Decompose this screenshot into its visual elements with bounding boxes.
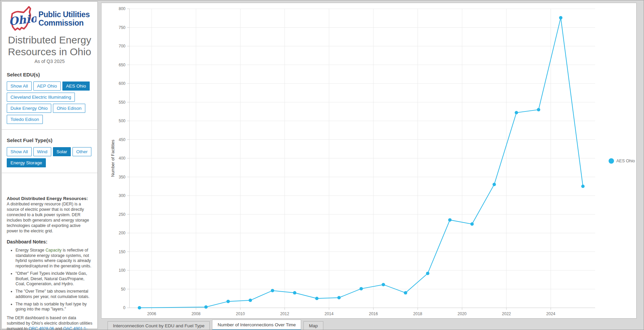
svg-text:750: 750 (119, 25, 125, 30)
sidebar: Ohio Public Utilities Commission Distrib… (1, 1, 98, 329)
fuel-button-wind[interactable]: Wind (33, 147, 51, 156)
note-energy-storage-capacity: Energy Storage Capacity is reflective of… (16, 248, 92, 269)
edu-button-cleveland-electric-illuminating[interactable]: Cleveland Electric Illuminating (7, 93, 75, 102)
brand-name: Public Utilities Commission (38, 10, 90, 27)
svg-text:550: 550 (119, 100, 125, 105)
edu-button-duke-energy-ohio[interactable]: Duke Energy Ohio (7, 104, 51, 113)
svg-text:2014: 2014 (325, 311, 334, 316)
divider (2, 173, 97, 173)
fuel-button-group: Show All Wind Solar Other Energy Storage (7, 147, 92, 167)
svg-text:700: 700 (119, 44, 125, 48)
about-block: About Distributed Energy Resources: A di… (7, 196, 92, 330)
legend-swatch-aes-ohio (609, 158, 614, 164)
tab-number-of-interconnections-over-time[interactable]: Number of Interconnections Over Time (212, 320, 301, 330)
svg-text:2022: 2022 (502, 311, 511, 316)
svg-text:450: 450 (119, 137, 125, 142)
page-subtitle: As of Q3 2025 (7, 59, 92, 64)
capacity-green-text: Capacity (46, 248, 62, 253)
der-dashboard: { "brand": { "logo_text": "Ohio", "line1… (0, 0, 644, 330)
note-other-fuel-types: "Other" Fuel Types include Waste Gas, Bi… (16, 271, 92, 287)
about-body: A distributed energy resource (DER) is a… (7, 202, 92, 234)
about-heading: About Distributed Energy Resources: (7, 196, 92, 201)
edu-section-label: Select EDU(s) (7, 72, 92, 77)
legend-label: AES Ohio (616, 159, 635, 163)
svg-text:300: 300 (119, 193, 125, 198)
edu-button-aep-ohio[interactable]: AEP Ohio (33, 81, 61, 91)
svg-text:2016: 2016 (369, 311, 378, 316)
orc-link[interactable]: ORC 4928.06 (29, 326, 54, 330)
page-title: Distributed Energy Resources in Ohio (7, 34, 92, 58)
tab-interconnection-count-by-edu-and-fuel-type[interactable]: Interconnection Count by EDU and Fuel Ty… (108, 321, 210, 330)
fuel-section-label: Select Fuel Type(s) (7, 137, 92, 143)
svg-text:2024: 2024 (546, 311, 555, 316)
edu-button-show-all[interactable]: Show All (7, 81, 32, 91)
svg-text:50: 50 (121, 287, 126, 292)
svg-text:2010: 2010 (236, 311, 245, 316)
svg-text:2008: 2008 (192, 311, 201, 316)
edu-button-ohio-edison[interactable]: Ohio Edison (53, 104, 85, 113)
divider (2, 129, 97, 130)
svg-text:600: 600 (119, 81, 125, 86)
svg-text:Number of Facilities: Number of Facilities (111, 140, 115, 177)
svg-text:2006: 2006 (147, 311, 156, 316)
svg-text:650: 650 (119, 63, 125, 67)
svg-text:2018: 2018 (413, 311, 422, 316)
svg-text:350: 350 (119, 175, 125, 179)
chart-panel: 0501001502002503003504004505005506006507… (101, 3, 637, 319)
tab-map[interactable]: Map (303, 321, 323, 330)
edu-button-aes-ohio[interactable]: AES Ohio (62, 81, 90, 91)
svg-text:150: 150 (119, 250, 125, 254)
brand-line2: Commission (38, 19, 90, 27)
fuel-button-energy-storage[interactable]: Energy Storage (7, 158, 46, 167)
bottom-tab-bar: Interconnection Count by EDU and Fuel Ty… (101, 319, 323, 330)
svg-text:200: 200 (119, 231, 125, 235)
note-map-layers: The map tab is sortable by fuel type by … (16, 302, 92, 312)
svg-text:800: 800 (119, 6, 125, 11)
edu-button-toledo-edison[interactable]: Toledo Edison (7, 115, 43, 124)
svg-text:400: 400 (119, 156, 125, 161)
svg-text:250: 250 (119, 212, 125, 217)
brand-header: Ohio Public Utilities Commission (7, 5, 92, 32)
brand-line1: Public Utilities (38, 10, 90, 19)
puco-ohio-logo-icon: Ohio (7, 5, 36, 32)
svg-text:0: 0 (123, 305, 125, 310)
footer-disclaimer: The DER dashboard is based on data submi… (7, 316, 92, 330)
dashboard-notes-list: Energy Storage Capacity is reflective of… (7, 248, 92, 312)
fuel-button-show-all[interactable]: Show All (7, 147, 32, 156)
dashboard-notes-heading: Dashboard Notes: (7, 239, 92, 244)
edu-button-group: Show All AEP Ohio AES Ohio Cleveland Ele… (7, 81, 92, 124)
svg-text:2020: 2020 (458, 311, 467, 316)
chart-legend: AES Ohio (609, 158, 635, 164)
svg-text:500: 500 (119, 119, 125, 123)
interconnections-over-time-chart[interactable]: 0501001502002503003504004505005506006507… (101, 3, 636, 318)
fuel-button-other[interactable]: Other (72, 147, 91, 156)
svg-text:2012: 2012 (280, 311, 289, 316)
note-over-time-tab: The "Over Time" tab shows incremental ad… (16, 289, 92, 299)
fuel-button-solar[interactable]: Solar (53, 147, 71, 156)
svg-text:100: 100 (119, 268, 125, 273)
